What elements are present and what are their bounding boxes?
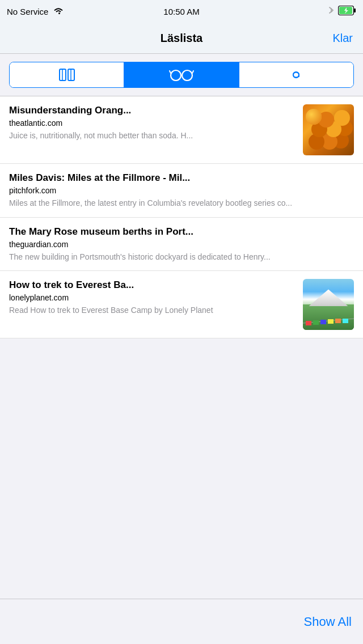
wifi-icon [53, 6, 64, 17]
list-item-text: The Mary Rose museum berths in Port... t… [9, 226, 347, 263]
seg-books[interactable] [10, 62, 124, 87]
seg-reading[interactable] [124, 62, 239, 87]
list-item[interactable]: Miles Davis: Miles at the Fillmore - Mil… [0, 164, 363, 218]
list-item[interactable]: How to trek to Everest Ba... lonelyplane… [0, 271, 363, 338]
list-item-text: Miles Davis: Miles at the Fillmore - Mil… [9, 172, 347, 209]
list-item-title: Misunderstanding Orang... [9, 104, 296, 117]
seg-at[interactable] [239, 62, 353, 87]
list-item-source: theatlantic.com [9, 118, 296, 128]
svg-point-8 [182, 70, 192, 80]
list-item[interactable]: Misunderstanding Orang... theatlantic.co… [0, 96, 363, 164]
nav-bar: Läslista Klar [0, 23, 363, 54]
svg-rect-17 [328, 319, 334, 324]
list-item-source: lonelyplanet.com [9, 293, 296, 302]
show-all-button[interactable]: Show All [304, 615, 352, 629]
segmented-control [9, 62, 354, 88]
svg-line-11 [192, 71, 193, 73]
list-item-title: Miles Davis: Miles at the Fillmore - Mil… [9, 172, 347, 184]
svg-rect-18 [335, 319, 341, 323]
status-right [254, 5, 356, 18]
svg-line-10 [170, 71, 171, 73]
reading-list: Misunderstanding Orang... theatlantic.co… [0, 96, 363, 338]
svg-rect-19 [343, 319, 348, 323]
bluetooth-icon [328, 5, 335, 18]
list-item-source: theguardian.com [9, 240, 347, 249]
list-item-thumbnail [303, 104, 354, 155]
svg-rect-2 [354, 9, 356, 12]
footer: Show All [0, 599, 363, 644]
list-item[interactable]: The Mary Rose museum berths in Port... t… [0, 218, 363, 272]
svg-rect-15 [313, 320, 319, 325]
battery-icon [338, 6, 356, 18]
list-item-desc: The new building in Portsmouth's histori… [9, 252, 347, 263]
list-item-source: pitchfork.com [9, 186, 347, 195]
svg-rect-14 [306, 321, 311, 325]
list-item-thumbnail [303, 279, 354, 330]
svg-rect-16 [320, 320, 326, 324]
svg-point-7 [171, 70, 181, 80]
list-item-title: The Mary Rose museum berths in Port... [9, 226, 347, 238]
list-item-text: Misunderstanding Orang... theatlantic.co… [9, 104, 296, 142]
done-button[interactable]: Klar [332, 32, 353, 45]
list-item-desc: Juice is, nutritionally, not much better… [9, 130, 296, 142]
status-left: No Service [7, 6, 109, 17]
list-item-text: How to trek to Everest Ba... lonelyplane… [9, 279, 296, 316]
status-time: 10:50 AM [109, 7, 254, 16]
list-item-desc: Miles at the Fillmore, the latest entry … [9, 198, 347, 209]
page-title: Läslista [161, 32, 202, 45]
list-item-desc: Read How to trek to Everest Base Camp by… [9, 305, 296, 316]
carrier-text: No Service [7, 7, 48, 16]
list-item-title: How to trek to Everest Ba... [9, 279, 296, 291]
status-bar: No Service 10:50 AM [0, 0, 363, 23]
